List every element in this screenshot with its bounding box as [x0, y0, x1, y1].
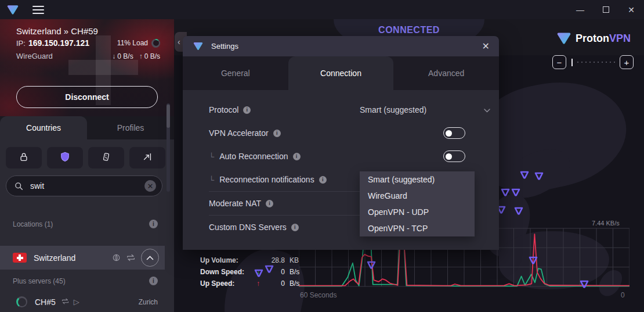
brand-logo: ProtonVPN: [557, 32, 631, 45]
zoom-tick: [614, 62, 615, 63]
down-arrow-icon: ↓: [112, 52, 115, 60]
speed-stats: Up Volume: 28.8 KB Down Speed: ↓ 0 B/s U…: [200, 254, 307, 289]
setting-label: Reconnection notifications: [219, 175, 314, 184]
vpn-accelerator-toggle[interactable]: [443, 127, 465, 139]
feature-filter-row: [6, 147, 165, 168]
lock-filter-button[interactable]: [6, 147, 42, 168]
protonvpn-logo-icon: [193, 42, 203, 51]
zoom-tick: [594, 62, 595, 63]
p2p-arrows-icon: [126, 253, 136, 262]
tree-connector-icon: └: [209, 152, 214, 161]
info-icon[interactable]: i: [293, 153, 301, 160]
netshield-icon: [60, 152, 70, 164]
port-forwarding-filter-button[interactable]: [129, 147, 165, 168]
server-load: 11% Load: [117, 39, 148, 47]
locations-header: Locations (1) i: [13, 220, 158, 228]
close-icon[interactable]: ✕: [482, 41, 490, 52]
setting-label: Custom DNS Servers: [209, 223, 287, 232]
zoom-tick: [606, 62, 607, 63]
plus-servers-header: Plus servers (45) i: [13, 277, 158, 285]
info-icon[interactable]: i: [266, 200, 273, 207]
chart-xaxis-left-label: 60 Seconds: [300, 291, 337, 299]
connection-card: Switzerland » CH#59 IP: 169.150.197.121 …: [0, 19, 174, 116]
protocol-option[interactable]: Smart (suggested): [360, 171, 475, 188]
protocol-dropdown: Smart (suggested)WireGuardOpenVPN - UDPO…: [360, 171, 475, 236]
load-ring-icon: [151, 39, 160, 48]
setting-label: Protocol: [209, 105, 238, 114]
tree-connector-icon: └: [209, 175, 214, 184]
settings-body: ProtocoliSmart (suggested)VPN Accelerato…: [183, 90, 499, 250]
info-icon[interactable]: i: [243, 106, 251, 114]
stat-row-down-speed: Down Speed: ↓ 0 B/s: [200, 266, 307, 278]
settings-tab-connection[interactable]: Connection: [288, 56, 394, 90]
up-arrow-icon: ↑: [254, 279, 263, 288]
kill-switch-filter-button[interactable]: [88, 147, 124, 168]
settings-tab-advanced[interactable]: Advanced: [393, 56, 499, 90]
settings-modal: Settings ✕ GeneralConnectionAdvanced Pro…: [183, 36, 499, 250]
setting-row-protocol: ProtocoliSmart (suggested): [209, 98, 465, 121]
streaming-play-icon: ▷: [74, 297, 79, 306]
protocol-option[interactable]: OpenVPN - TCP: [360, 220, 475, 236]
chevron-down-icon: [484, 105, 490, 115]
zoom-tick: [598, 62, 599, 63]
sidebar: Switzerland » CH#59 IP: 169.150.197.121 …: [0, 19, 174, 312]
up-arrow-icon: ↑: [139, 52, 143, 60]
server-row-ch5[interactable]: CH#5▷Zurich: [0, 292, 165, 312]
tor-onion-icon: [112, 253, 121, 262]
search-icon: [15, 182, 23, 191]
search-input[interactable]: [29, 181, 144, 191]
protocol-option[interactable]: OpenVPN - UDP: [360, 204, 475, 220]
map-zoom-control: − +: [552, 55, 634, 70]
sidebar-tab-countries[interactable]: Countries: [0, 116, 87, 139]
close-button[interactable]: ✕: [618, 0, 644, 19]
zoom-tick: [602, 62, 603, 63]
info-icon[interactable]: i: [273, 130, 281, 137]
protocol-option[interactable]: WireGuard: [360, 188, 475, 204]
port-forwarding-icon: [142, 152, 153, 164]
protocol-select[interactable]: Smart (suggested): [360, 102, 491, 118]
menu-hamburger-icon[interactable]: [32, 6, 44, 14]
info-icon[interactable]: i: [291, 224, 299, 231]
disconnect-button[interactable]: Disconnect: [16, 86, 158, 108]
sidebar-scrollbar-thumb[interactable]: [167, 105, 170, 128]
info-icon[interactable]: i: [319, 176, 327, 184]
chart-xaxis-right-label: 0: [621, 291, 625, 299]
protonvpn-logo-icon: [7, 5, 19, 15]
netshield-filter-button[interactable]: [47, 147, 83, 168]
ip-address: 169.150.197.121: [28, 38, 89, 48]
zoom-in-button[interactable]: +: [620, 55, 634, 69]
setting-label: VPN Accelerator: [209, 128, 269, 138]
country-row-switzerland[interactable]: Switzerland: [0, 246, 165, 270]
zoom-out-button[interactable]: −: [552, 55, 566, 69]
setting-label: Auto Reconnection: [219, 152, 288, 161]
search-bar[interactable]: ✕: [6, 175, 162, 196]
auto-reconnection-toggle[interactable]: [443, 150, 465, 162]
zoom-tick: [610, 62, 611, 63]
zoom-tick: [577, 62, 578, 63]
info-icon[interactable]: i: [149, 220, 158, 228]
protonvpn-logo-icon: [557, 32, 571, 45]
protocol-select-value: Smart (suggested): [360, 105, 426, 114]
minimize-button[interactable]: —: [567, 0, 593, 19]
maximize-button[interactable]: [593, 0, 618, 19]
maximize-icon: [603, 6, 609, 13]
zoom-slider-handle[interactable]: [571, 59, 573, 66]
sidebar-tabs: CountriesProfiles: [0, 116, 174, 139]
settings-tab-general[interactable]: General: [183, 56, 288, 90]
download-speed: 0 B/s: [117, 52, 133, 60]
zoom-tick: [589, 62, 591, 63]
clear-search-icon[interactable]: ✕: [144, 180, 156, 192]
country-name: Switzerland: [34, 253, 75, 263]
server-load-ring-icon: [16, 296, 27, 307]
info-icon[interactable]: i: [149, 277, 158, 285]
stat-row-up-volume: Up Volume: 28.8 KB: [200, 254, 307, 266]
collapse-country-button[interactable]: [141, 249, 159, 267]
zoom-slider-track[interactable]: [577, 62, 615, 63]
window-controls: — ✕: [567, 0, 644, 19]
settings-tabs: GeneralConnectionAdvanced: [183, 56, 499, 90]
title-bar: — ✕: [0, 0, 644, 19]
protocol-name: WireGuard: [16, 52, 53, 60]
sidebar-tab-profiles[interactable]: Profiles: [87, 116, 174, 139]
chevron-up-icon: [146, 256, 154, 260]
ip-label: IP:: [16, 39, 26, 48]
